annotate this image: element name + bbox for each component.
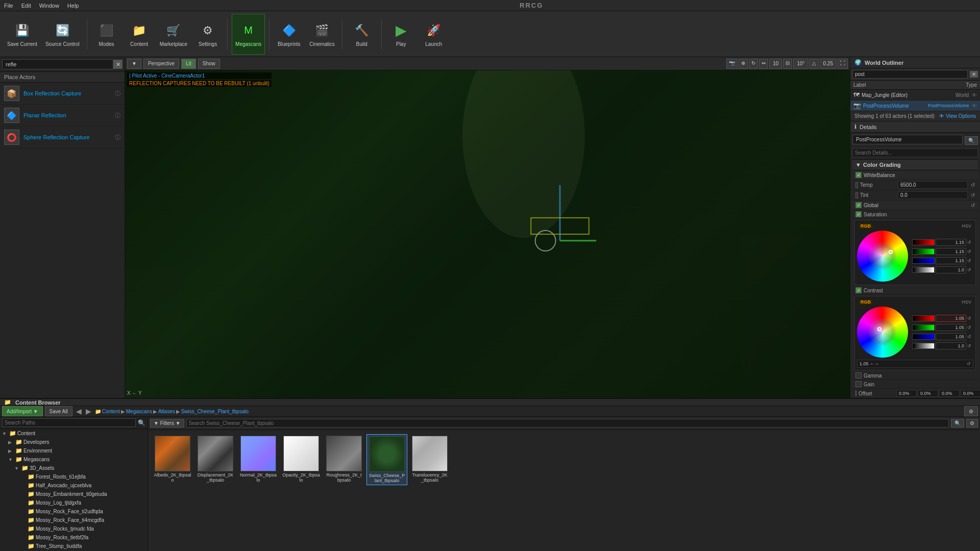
tree-megascans[interactable]: ▼ 📁 Megascans [0,455,148,464]
angle-btn[interactable]: △ [810,59,819,69]
sat-r-reset[interactable]: ↺ [967,240,971,245]
tree-developers[interactable]: ▶ 📁 Developers [0,438,148,446]
con-a-bar[interactable] [912,343,935,349]
asset-normal[interactable]: Normal_2K_tbpsalo [238,434,279,485]
global-checkbox[interactable]: ✓ [855,202,862,208]
con-b-input[interactable] [936,333,966,340]
build-button[interactable]: 🔨 Build [347,14,377,55]
contrast-bottom-reset[interactable]: ↺ [967,361,971,366]
details-search-input[interactable] [855,150,975,156]
modes-button[interactable]: ⬛ Modes [91,14,122,55]
offset-w-input[interactable] [961,390,980,397]
settings-button[interactable]: ⚙ Settings [192,14,223,55]
vis-icon-1[interactable]: 👁 [972,103,977,109]
asset-albedo[interactable]: Albedo_2K_tbpsalo [152,434,193,485]
tree-3d-assets[interactable]: ▼ 📁 3D_Assets [0,464,148,472]
asset-translucency[interactable]: Translucency_2K_tbpsalo [409,434,450,485]
source-control-button[interactable]: 🔄 Source Control [42,14,83,55]
asset-roughness[interactable]: Roughness_2K_tbpsalo [324,434,364,485]
actor-planar-reflection[interactable]: 🔷 Planar Reflection ⓘ [0,105,125,127]
offset-y-input[interactable] [918,390,938,397]
con-color-wheel[interactable] [857,307,908,358]
cinematics-button[interactable]: 🎬 Cinematics [306,14,337,55]
nav-back-button[interactable]: ◀ [75,407,83,415]
filters-button[interactable]: ▼ Filters ▼ [150,419,184,428]
con-r-bar[interactable] [912,315,935,321]
actor-sphere-reflection[interactable]: ⭕ Sphere Reflection Capture ⓘ [0,127,125,148]
asset-search-input[interactable] [186,419,949,428]
lit-button[interactable]: Lit [181,59,196,69]
nav-forward-button[interactable]: ▶ [84,407,93,415]
blueprints-button[interactable]: 🔷 Blueprints [274,14,304,55]
snap-btn[interactable]: ⊟ [783,59,792,69]
offset-z-input[interactable] [939,390,960,397]
asset-displacement[interactable]: Displacement_2K_tbpsalo [195,434,236,485]
temp-checkbox[interactable] [855,182,858,188]
cb-settings-button[interactable]: ⚙ [964,406,978,416]
marketplace-button[interactable]: 🛒 Marketplace [157,14,190,55]
breadcrumb-atlases[interactable]: Atlases [158,409,175,414]
maximize-btn[interactable]: ⛶ [838,59,848,69]
con-b-bar[interactable] [912,334,935,340]
tree-search-btn[interactable]: 🔍 [138,419,145,427]
offset-checkbox[interactable] [855,390,856,396]
breadcrumb-megascans[interactable]: Megascans [126,409,152,414]
sat-a-reset[interactable]: ↺ [967,267,971,272]
launch-button[interactable]: 🚀 Launch [419,14,449,55]
breadcrumb-content[interactable]: Content [102,409,120,414]
tree-mossy-rocks2[interactable]: 📁 Mossy_Rocks_tletbf2fa [0,533,148,542]
play-button[interactable]: ▶ Play [386,14,416,55]
sat-r-input[interactable] [936,239,966,246]
breadcrumb-swiss[interactable]: Swiss_Cheese_Plant_tbpsalo [181,409,249,414]
actor-info-icon-2[interactable]: ⓘ [115,134,120,141]
megascans-button[interactable]: M Megascans [232,14,265,55]
cb-search-input[interactable] [2,418,136,427]
tree-tree-stump[interactable]: 📁 Tree_Stump_tiuddfa [0,542,148,550]
sat-g-bar[interactable] [912,248,935,255]
outliner-search-input[interactable] [852,70,968,79]
scale-icon[interactable]: ⇔ [759,59,768,69]
sat-a-bar[interactable] [912,267,935,273]
outliner-view-options[interactable]: 👁 View Options [939,113,976,119]
con-r-reset[interactable]: ↺ [967,316,971,321]
tree-environment[interactable]: ▶ 📁 Environment [0,446,148,455]
sat-g-reset[interactable]: ↺ [967,249,971,254]
viewport[interactable]: | Pilot Active - CineCameraActor1 REFLEC… [125,70,850,398]
outliner-item-ppv[interactable]: 📷 PostProcessVolume PostProcessVolume 👁 [850,101,980,111]
tree-forest-roots[interactable]: 📁 Forest_Roots_ti1ejbfa [0,472,148,481]
outliner-item-map[interactable]: 🗺 Map_Jungle (Editor) World 👁 [850,90,980,101]
con-b-reset[interactable]: ↺ [967,334,971,339]
content-button[interactable]: 📁 Content [124,14,155,55]
con-g-bar[interactable] [912,324,935,331]
contrast-bottom-input[interactable] [860,361,967,366]
actor-info-icon-1[interactable]: ⓘ [115,112,120,119]
asset-swiss[interactable]: Swiss_Cheese_Plant_tbpsalo [366,434,407,485]
global-reset-icon[interactable]: ↺ [971,203,975,208]
sat-checkbox[interactable]: ✓ [855,211,862,217]
temp-reset[interactable]: ↺ [971,182,975,188]
sat-color-wheel[interactable] [857,231,908,282]
tree-mossy-log[interactable]: 📁 Mossy_Log_tjtdgxfa [0,498,148,507]
tint-reset[interactable]: ↺ [971,192,975,198]
menu-help[interactable]: Help [67,3,79,9]
save-all-button[interactable]: Save All [45,406,72,416]
wb-checkbox[interactable]: ✓ [855,172,862,178]
global-section[interactable]: ✓ Global ↺ [852,201,978,210]
sat-b-reset[interactable]: ↺ [967,258,971,263]
menu-edit[interactable]: Edit [21,3,31,9]
tree-content[interactable]: ▼ 📁 Content [0,429,148,438]
actor-box-reflection[interactable]: 📦 Box Reflection Capture ⓘ [0,83,125,105]
search-detail-button[interactable]: 🔍 [965,136,978,145]
outliner-search-clear[interactable]: ✕ [970,71,978,78]
add-import-button[interactable]: Add/Import ▼ [2,406,43,416]
sat-a-input[interactable] [936,266,966,273]
offset-x-input[interactable] [896,390,917,397]
temp-input[interactable] [898,181,968,189]
rotate-icon[interactable]: ↻ [749,59,758,69]
search-input[interactable] [2,59,113,69]
menu-window[interactable]: Window [39,3,59,9]
tint-checkbox[interactable] [855,192,858,198]
tree-avocado[interactable]: 📁 Half_Avocado_ujcxeblva [0,481,148,490]
search-clear-button[interactable]: ✕ [113,60,122,69]
tree-mossy-rock1[interactable]: 📁 Mossy_Rock_Face_ti2udfqda [0,507,148,516]
